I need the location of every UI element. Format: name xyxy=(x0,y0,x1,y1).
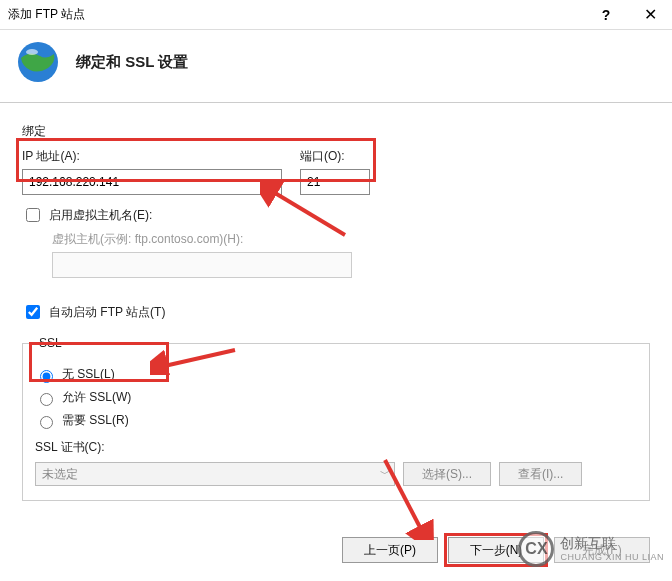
vhost-input xyxy=(52,252,352,278)
enable-vhost-label: 启用虚拟主机名(E): xyxy=(49,207,152,224)
window-title: 添加 FTP 站点 xyxy=(8,6,584,23)
svg-point-1 xyxy=(26,49,38,55)
chevron-down-icon: ﹀ xyxy=(376,467,394,481)
wizard-header: 绑定和 SSL 设置 xyxy=(0,30,672,102)
ssl-legend: SSL xyxy=(35,336,66,350)
auto-start-checkbox[interactable] xyxy=(26,305,40,319)
help-button[interactable]: ? xyxy=(584,0,628,30)
ssl-cert-value: 未选定 xyxy=(36,466,376,483)
ssl-group: SSL 无 SSL(L) 允许 SSL(W) 需要 SSL(R) SSL 证书(… xyxy=(22,336,650,501)
port-input[interactable] xyxy=(300,169,370,195)
prev-button[interactable]: 上一页(P) xyxy=(342,537,438,563)
vhost-example-label: 虚拟主机(示例: ftp.contoso.com)(H): xyxy=(52,231,650,248)
page-title: 绑定和 SSL 设置 xyxy=(76,53,188,72)
ip-address-input[interactable] xyxy=(23,170,263,194)
ssl-require-label: 需要 SSL(R) xyxy=(62,412,129,429)
titlebar: 添加 FTP 站点 ? ✕ xyxy=(0,0,672,30)
globe-icon xyxy=(16,40,60,84)
close-button[interactable]: ✕ xyxy=(628,0,672,30)
watermark-logo-icon: CX xyxy=(518,531,554,567)
chevron-down-icon[interactable]: ﹀ xyxy=(263,175,281,189)
watermark-brand: 创新互联 xyxy=(560,536,664,551)
ip-address-label: IP 地址(A): xyxy=(22,148,282,165)
ssl-cert-label: SSL 证书(C): xyxy=(35,439,637,456)
ssl-none-label: 无 SSL(L) xyxy=(62,366,115,383)
binding-label: 绑定 xyxy=(22,123,650,140)
ssl-require-radio[interactable] xyxy=(40,416,53,429)
ssl-view-button: 查看(I)... xyxy=(499,462,582,486)
enable-vhost-checkbox[interactable] xyxy=(26,208,40,222)
watermark: CX 创新互联 CHUANG XIN HU LIAN xyxy=(518,531,664,567)
watermark-sub: CHUANG XIN HU LIAN xyxy=(560,552,664,562)
port-label: 端口(O): xyxy=(300,148,370,165)
ssl-none-radio[interactable] xyxy=(40,370,53,383)
ssl-allow-label: 允许 SSL(W) xyxy=(62,389,131,406)
ip-address-combo[interactable]: ﹀ xyxy=(22,169,282,195)
ssl-cert-combo: 未选定 ﹀ xyxy=(35,462,395,486)
ssl-allow-radio[interactable] xyxy=(40,393,53,406)
ssl-select-button: 选择(S)... xyxy=(403,462,491,486)
auto-start-label: 自动启动 FTP 站点(T) xyxy=(49,304,165,321)
